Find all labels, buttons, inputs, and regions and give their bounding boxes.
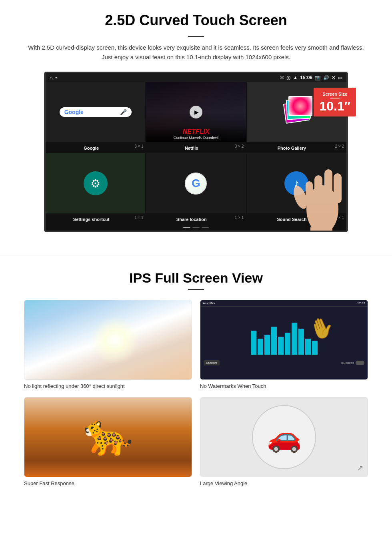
amp-bar-9	[305, 339, 311, 355]
time-display: 15:06	[300, 75, 312, 80]
car-image: 🚗 ↗	[200, 397, 368, 477]
google-maps-icon: G	[185, 173, 207, 195]
app-cell-sound[interactable]: ♪	[247, 153, 346, 213]
section2-title: IPS Full Screen View	[24, 270, 368, 286]
section-divider	[0, 254, 392, 254]
settings-gear-icon: ⚙	[90, 177, 100, 190]
amp-bar-5	[278, 337, 284, 355]
amplifier-screen: Amplifier 17:33	[200, 300, 368, 379]
google-search-bar[interactable]: Google 🎤	[60, 107, 132, 117]
dot-1[interactable]	[183, 227, 190, 228]
amp-col-1	[251, 331, 256, 355]
app-label-row-top: Google 3 × 1 Netflix 3 × 2 Photo Gallery…	[46, 142, 346, 153]
amp-col-6	[285, 333, 290, 355]
device-screen: ⌂ ⌁ ✲ ◎ ▲ 15:06 📷 🔊 ✕ ▭	[44, 72, 348, 232]
title-underline	[188, 36, 204, 37]
amp-bar-7	[292, 323, 297, 355]
badge-size: 10.1″	[319, 100, 350, 112]
photo-stack	[280, 96, 312, 128]
section1-title: 2.5D Curved Touch Screen	[24, 12, 368, 29]
badge-label: Screen Size	[319, 92, 350, 96]
status-bar-left: ⌂ ⌁	[50, 75, 58, 80]
amp-bottom: Custom loudness	[200, 359, 368, 367]
netflix-size: 3 × 2	[235, 144, 244, 149]
amp-col-2	[258, 339, 263, 355]
home-icon[interactable]: ⌂	[50, 75, 52, 80]
app-label-settings: Settings shortcut 1 × 1	[46, 213, 146, 225]
app-label-sound: Sound Search 1 × 1	[246, 213, 346, 225]
sun-glow	[91, 316, 139, 364]
img-caption-car: Large Viewing Angle	[200, 480, 368, 486]
share-cell-inner: G	[146, 153, 246, 213]
amp-bar-3	[264, 335, 270, 355]
photo-label: Photo Gallery	[278, 146, 306, 151]
app-grid-top: Google 🎤 ▶	[46, 82, 346, 142]
img-box-car: 🚗 ↗	[200, 397, 368, 477]
amp-bar-4	[271, 327, 277, 355]
app-cell-settings[interactable]: ⚙	[46, 153, 145, 213]
img-caption-cheetah: Super Fast Response	[24, 480, 192, 486]
app-label-share: Share location 1 × 1	[146, 213, 246, 225]
camera-icon: 📷	[315, 75, 321, 80]
volume-icon: 🔊	[323, 75, 329, 80]
app-cell-google[interactable]: Google 🎤	[46, 82, 145, 142]
dot-2[interactable]	[192, 227, 200, 228]
amp-header: Amplifier 17:33	[200, 300, 368, 307]
app-cell-netflix[interactable]: ▶ NETFLIX Continue Marvel's Daredevil	[146, 82, 246, 142]
gmap-letter: G	[192, 177, 200, 190]
wifi-icon: ▲	[293, 75, 298, 80]
google-label: Google	[84, 146, 99, 151]
amp-col-9	[305, 339, 311, 355]
status-bar-right: ✲ ◎ ▲ 15:06 📷 🔊 ✕ ▭	[280, 75, 342, 80]
screen-size-badge: Screen Size 10.1″	[314, 88, 356, 116]
amp-title: Amplifier	[203, 301, 215, 305]
sound-icon-circle: ♪	[284, 171, 308, 195]
car-angle-arrow: ↗	[357, 463, 364, 473]
google-logo: Google	[64, 109, 84, 115]
img-caption-sunlight: No light reflecting under 360° direct su…	[24, 383, 192, 389]
play-button[interactable]: ▶	[190, 106, 202, 118]
amp-col-8	[298, 329, 304, 355]
section-ips: IPS Full Screen View No light reflecting…	[0, 266, 392, 498]
amp-col-5	[278, 337, 284, 355]
share-size: 1 × 1	[235, 215, 244, 220]
play-icon: ▶	[194, 109, 199, 115]
img-box-cheetah: 🐆	[24, 397, 192, 477]
window-icon: ▭	[338, 75, 342, 80]
car-circle: 🚗	[252, 405, 316, 469]
settings-cell-inner: ⚙	[46, 153, 145, 213]
cheetah-emoji: 🐆	[83, 411, 133, 458]
img-card-car: 🚗 ↗ Large Viewing Angle	[200, 397, 368, 486]
app-grid-bottom: ⚙ G	[46, 153, 346, 213]
dot-3[interactable]	[202, 227, 209, 228]
close-icon: ✕	[332, 75, 336, 80]
netflix-cell-inner: ▶ NETFLIX Continue Marvel's Daredevil	[146, 82, 246, 142]
share-label: Share location	[176, 217, 207, 222]
netflix-logo: NETFLIX	[149, 128, 242, 135]
amp-col-3	[264, 335, 270, 355]
bluetooth-icon: ✲	[280, 75, 284, 80]
amp-col-7	[292, 323, 297, 355]
sound-cell-inner: ♪	[247, 153, 346, 213]
amp-time: 17:33	[357, 301, 365, 305]
loudness-toggle[interactable]	[356, 361, 364, 365]
sunlight-image	[24, 300, 192, 379]
photo-size: 2 × 2	[335, 144, 344, 149]
netflix-subtitle: Continue Marvel's Daredevil	[149, 136, 242, 140]
photo-card-3	[288, 96, 312, 116]
app-label-google: Google 3 × 1	[46, 142, 146, 153]
status-bar: ⌂ ⌁ ✲ ◎ ▲ 15:06 📷 🔊 ✕ ▭	[46, 73, 346, 82]
img-box-sunlight	[24, 300, 192, 380]
app-cell-share[interactable]: G	[146, 153, 246, 213]
car-top-icon: 🚗	[267, 421, 302, 454]
app-label-row-bottom: Settings shortcut 1 × 1 Share location 1…	[46, 213, 346, 225]
google-cell-inner: Google 🎤	[46, 82, 145, 142]
img-box-amplifier: Amplifier 17:33	[200, 300, 368, 380]
amp-loudness: loudness	[341, 361, 364, 365]
settings-label: Settings shortcut	[73, 217, 109, 222]
google-mic-icon: 🎤	[120, 109, 127, 115]
amp-bar-8	[298, 329, 304, 355]
page: 2.5D Curved Touch Screen With 2.5D curve…	[0, 0, 392, 498]
amp-chart	[200, 307, 368, 359]
amp-custom-button[interactable]: Custom	[204, 360, 220, 365]
